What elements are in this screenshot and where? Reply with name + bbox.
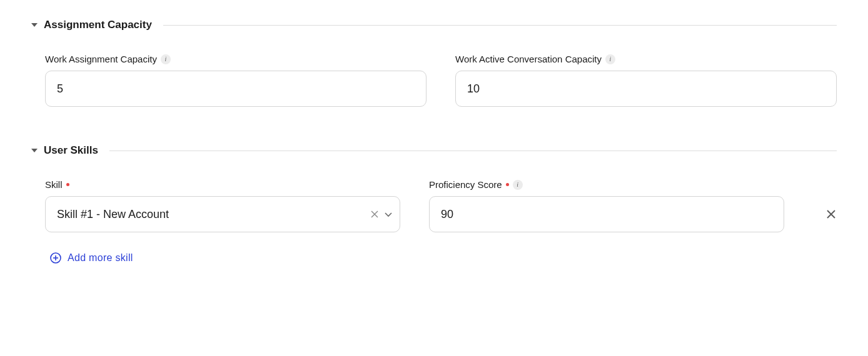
info-icon[interactable]: i	[605, 54, 615, 64]
skill-combobox[interactable]	[45, 196, 400, 232]
field-label: Proficiency Score i	[429, 179, 784, 190]
add-more-label: Add more skill	[68, 252, 133, 264]
label-text: Skill	[45, 179, 63, 190]
skill-row: Skill Proficiency Score i	[31, 179, 837, 232]
field-label: Skill	[45, 179, 400, 190]
proficiency-score-input[interactable]	[429, 196, 784, 232]
section-user-skills: User Skills Skill	[31, 144, 837, 266]
label-text: Proficiency Score	[429, 179, 502, 190]
add-more-row: Add more skill	[31, 252, 837, 266]
section-assignment-capacity: Assignment Capacity Work Assignment Capa…	[31, 19, 837, 107]
field-work-assignment-capacity: Work Assignment Capacity i	[45, 54, 426, 107]
svg-marker-0	[31, 23, 38, 27]
label-text: Work Active Conversation Capacity	[455, 54, 602, 64]
field-label: Work Active Conversation Capacity i	[455, 54, 837, 64]
add-more-skill-button[interactable]: Add more skill	[50, 252, 133, 264]
field-label: Work Assignment Capacity i	[45, 54, 426, 64]
field-work-active-conversation-capacity: Work Active Conversation Capacity i	[455, 54, 837, 107]
section-divider	[109, 151, 837, 151]
svg-marker-1	[31, 149, 38, 152]
info-icon[interactable]: i	[513, 180, 523, 190]
section-header: User Skills	[31, 144, 837, 157]
field-skill: Skill	[45, 179, 400, 232]
field-proficiency-score: Proficiency Score i	[429, 179, 784, 232]
work-active-conversation-capacity-input[interactable]	[455, 71, 837, 107]
remove-row-icon[interactable]	[825, 196, 837, 232]
info-icon[interactable]: i	[161, 54, 171, 64]
fields-row: Work Assignment Capacity i Work Active C…	[31, 54, 837, 107]
required-indicator-icon	[66, 183, 69, 186]
work-assignment-capacity-input[interactable]	[45, 71, 426, 107]
collapse-toggle-icon[interactable]	[31, 22, 38, 28]
clear-icon[interactable]	[370, 210, 379, 219]
collapse-toggle-icon[interactable]	[31, 147, 38, 154]
label-text: Work Assignment Capacity	[45, 54, 157, 64]
section-title: Assignment Capacity	[44, 19, 152, 31]
section-divider	[163, 25, 837, 26]
skill-input[interactable]	[45, 196, 400, 232]
required-indicator-icon	[506, 183, 509, 186]
section-title: User Skills	[44, 144, 98, 157]
section-header: Assignment Capacity	[31, 19, 837, 31]
combo-controls	[370, 210, 393, 219]
chevron-down-icon[interactable]	[384, 210, 393, 219]
